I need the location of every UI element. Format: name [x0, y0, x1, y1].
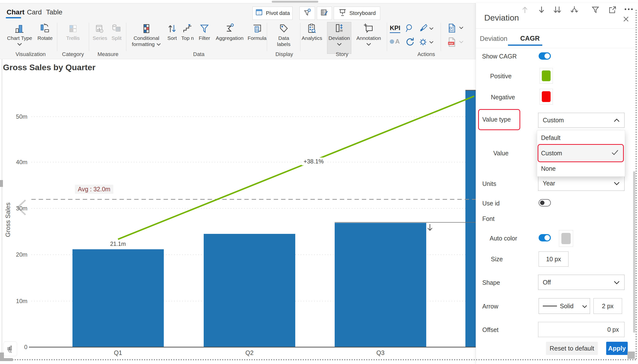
option-custom-label: Custom	[541, 150, 562, 157]
offset-input[interactable]: 0 px	[538, 322, 624, 337]
resize-handle-bottom-right[interactable]	[627, 352, 635, 359]
circle-a-icon	[390, 40, 394, 44]
bar-q4-partial	[465, 90, 476, 347]
chevron-up-icon	[613, 117, 620, 124]
aggregation-button[interactable]: Aggregation	[215, 22, 244, 41]
panel-close-icon[interactable]	[622, 15, 630, 24]
auto-label-button[interactable]: A	[390, 38, 400, 45]
ytick-10m: 10m	[8, 298, 28, 304]
tab-table[interactable]: Table	[46, 8, 63, 16]
negative-label: Negative	[491, 94, 515, 101]
selection-border-right[interactable]	[635, 10, 637, 360]
filter-label: Filter	[193, 35, 216, 41]
edit-table-button[interactable]	[317, 6, 332, 20]
reset-to-default-button[interactable]: Reset to default	[546, 342, 598, 355]
group-display: Display	[265, 51, 304, 58]
dropdown-option-custom[interactable]: Custom	[537, 145, 625, 161]
refresh-button[interactable]	[405, 37, 415, 48]
negative-color-picker[interactable]	[540, 89, 553, 104]
pivot-data-button[interactable]: Pivot data	[252, 6, 292, 20]
auto-color-label: Auto color	[490, 235, 517, 242]
formula-button[interactable]: Formula	[245, 22, 269, 41]
popout-icon[interactable]	[608, 5, 617, 16]
group-visualization: Visualization	[11, 51, 50, 58]
analytics-button[interactable]: Analytics	[300, 22, 324, 41]
check-icon	[611, 149, 619, 157]
formula-label: Formula	[245, 35, 269, 41]
settings-button[interactable]	[418, 37, 428, 48]
export-settings-chevron-icon[interactable]	[459, 26, 464, 30]
shape-select[interactable]: Off	[538, 275, 624, 290]
export-pdf-button[interactable]: PDF	[446, 37, 457, 49]
annotation-label: Annotation	[356, 35, 382, 41]
value-type-select[interactable]: Custom	[538, 113, 624, 128]
data-labels-button[interactable]: Data labels	[272, 22, 295, 47]
storyboard-button[interactable]: Storyboard	[334, 6, 380, 20]
resize-handle-bottom-left-2[interactable]	[0, 358, 13, 361]
annotation-chevron-icon[interactable]	[366, 41, 371, 47]
dropdown-option-none[interactable]: None	[537, 161, 625, 176]
move-up-icon[interactable]	[520, 5, 530, 16]
rotate-button[interactable]: Rotate	[33, 22, 57, 41]
group-data: Data	[179, 51, 218, 58]
panel-tab-deviation[interactable]: Deviation	[480, 35, 507, 42]
annotation-button[interactable]: Annotation	[356, 22, 382, 47]
conditional-formatting-chevron-icon[interactable]	[156, 41, 161, 47]
resize-handle-left[interactable]	[0, 180, 3, 187]
bar-q2	[204, 234, 295, 347]
font-color-picker[interactable]	[559, 230, 573, 247]
tab-card[interactable]: Card	[27, 8, 42, 16]
move-down-icon[interactable]	[537, 5, 546, 16]
settings-chevron-icon[interactable]	[429, 40, 434, 45]
move-bottom-icon[interactable]	[552, 5, 562, 16]
units-select[interactable]: Year	[538, 176, 624, 191]
export-settings-button[interactable]	[446, 22, 457, 35]
ribbon-separator	[441, 23, 441, 51]
rotate-label: Rotate	[33, 35, 57, 41]
y-axis-title: Gross Sales	[4, 196, 12, 244]
pivot-data-label: Pivot data	[266, 10, 290, 16]
top-scrollbar-thumb[interactable]	[272, 1, 318, 3]
style-painter-chevron-icon[interactable]	[429, 27, 434, 31]
storyboard-label: Storyboard	[349, 10, 376, 16]
chart-type-button[interactable]: Chart Type	[6, 22, 33, 47]
group-category: Category	[53, 51, 93, 58]
dropdown-option-default[interactable]: Default	[537, 130, 625, 145]
chevron-down-icon	[582, 302, 587, 310]
average-line-label[interactable]: Avg : 32.0m	[75, 185, 113, 194]
filter-settings-button[interactable]	[299, 6, 315, 20]
deviation-chevron-icon[interactable]	[337, 41, 342, 47]
size-input[interactable]: 10 px	[539, 252, 568, 267]
arrow-width-input[interactable]: 2 px	[593, 298, 622, 314]
filter-button[interactable]: Filter	[193, 22, 216, 41]
offset-label: Offset	[482, 326, 498, 334]
chart-corner-tool-button[interactable]	[4, 342, 17, 356]
positive-color-picker[interactable]	[540, 68, 553, 84]
rotate-icon	[33, 22, 57, 35]
table-edit-icon	[320, 8, 329, 18]
panel-scrollbar-thumb[interactable]	[633, 171, 635, 333]
panel-filter-icon[interactable]	[590, 5, 600, 16]
paintbrush-icon	[418, 23, 428, 34]
chart-plot	[0, 59, 476, 364]
ytick-50m: 50m	[8, 113, 28, 120]
ribbon-separator	[387, 23, 387, 51]
drill-down-icon[interactable]	[569, 5, 579, 16]
tab-chart[interactable]: Chart	[7, 8, 25, 16]
export-pdf-chevron-icon[interactable]	[459, 40, 464, 44]
trellis-button[interactable]: Trellis	[61, 22, 85, 41]
deviation-button[interactable]: Deviation	[327, 22, 351, 54]
show-cagr-toggle[interactable]	[539, 52, 551, 60]
use-id-toggle[interactable]	[539, 199, 551, 206]
arrow-style-select[interactable]: Solid	[539, 298, 590, 314]
style-painter-button[interactable]	[418, 23, 428, 35]
conditional-formatting-button[interactable]: Conditional formatting	[127, 22, 165, 47]
split-button[interactable]: Split	[105, 22, 128, 41]
panel-tab-cagr[interactable]: CAGR	[520, 35, 540, 42]
kpi-button[interactable]: KPI	[390, 24, 400, 33]
auto-color-toggle[interactable]	[539, 234, 551, 242]
apply-button[interactable]: Apply	[606, 342, 628, 355]
chart-type-chevron-icon[interactable]	[17, 41, 22, 47]
more-options-icon[interactable]	[623, 5, 634, 16]
zoom-search-button[interactable]	[405, 23, 415, 35]
